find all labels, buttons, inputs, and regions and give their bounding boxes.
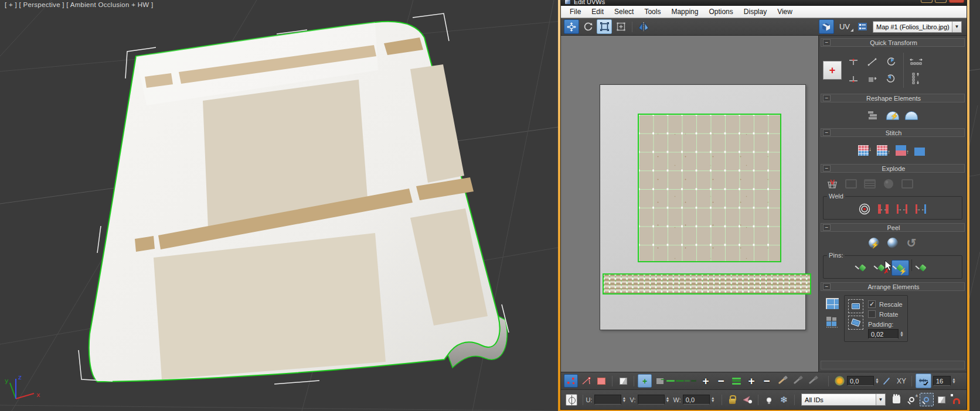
collapse-icon[interactable]: − (823, 165, 831, 172)
padding-input[interactable]: 0,02 (868, 329, 899, 339)
peel-mode-button[interactable] (884, 235, 901, 251)
uv-edit-canvas[interactable] (561, 36, 819, 372)
stitch-to-target-button[interactable]: ↑ (874, 143, 892, 159)
material-id-dropdown[interactable]: All IDs ▼ (801, 393, 886, 406)
target-weld-button[interactable] (856, 201, 873, 217)
rescale-checkbox[interactable]: ✓ (868, 300, 876, 308)
menu-display[interactable]: Display (739, 6, 772, 17)
face-mode-button[interactable] (594, 374, 608, 388)
space-horizontal-button[interactable] (907, 54, 925, 70)
map-selector-dropdown[interactable]: Map #1 (Folios_Libro.jpg) ▼ (873, 21, 962, 33)
linear-align-button[interactable] (863, 54, 881, 70)
space-vertical-button[interactable] (907, 71, 925, 87)
stitch-to-source-button[interactable]: ↑ (893, 143, 911, 159)
reset-peel-button[interactable]: ↺ (903, 235, 920, 251)
shrink-selection-button[interactable]: − (653, 374, 667, 388)
falloff-type-button[interactable] (880, 374, 894, 388)
rotate-tool-button[interactable] (580, 19, 596, 34)
relax-tool-button[interactable] (903, 108, 920, 124)
lock-selection-button[interactable] (726, 393, 740, 406)
uv-cluster-strip[interactable] (603, 273, 811, 294)
pin-tool-button[interactable] (854, 260, 872, 276)
zoom-region-button[interactable] (920, 393, 934, 406)
menu-view[interactable]: View (772, 6, 798, 17)
minimize-button[interactable] (921, 0, 933, 3)
limit-spinner[interactable]: ▲▼ (952, 378, 956, 383)
rotate-checkbox[interactable] (868, 310, 876, 318)
zoom-button[interactable]: ± (904, 393, 918, 406)
padding-spinner[interactable]: ▲▼ (900, 331, 904, 337)
v-spinner[interactable]: ▲▼ (666, 397, 670, 402)
shrink-loop-button[interactable] (683, 374, 697, 388)
pin-by-cursor-button[interactable] (914, 260, 932, 276)
mirror-tool-button[interactable] (636, 19, 651, 34)
section-explode[interactable]: − Explode (821, 164, 965, 173)
grow-loop-button[interactable] (668, 374, 682, 388)
close-button[interactable] (949, 0, 964, 3)
select-by-element-button[interactable] (616, 374, 630, 388)
u-spinner[interactable]: ▲▼ (622, 397, 627, 402)
quick-relax-button[interactable]: ⚡ (884, 108, 901, 124)
hide-selected-button[interactable] (740, 393, 754, 406)
section-stitch[interactable]: − Stitch (821, 128, 965, 137)
freeform-tool-button[interactable] (613, 19, 628, 34)
v-coordinate-input[interactable] (638, 395, 665, 405)
loop-grow-button[interactable]: + (699, 374, 713, 388)
soft-selection-button[interactable] (832, 374, 846, 388)
flatten-by-smoothing-button[interactable]: V (824, 176, 841, 191)
section-quick-transform[interactable]: − Quick Transform (821, 38, 965, 47)
explode-by-face-button[interactable] (861, 176, 879, 191)
align-vertical-button[interactable] (845, 71, 862, 87)
section-peel[interactable]: − Peel (821, 223, 965, 232)
u-coordinate-input[interactable] (594, 395, 621, 405)
collapse-icon[interactable]: − (823, 39, 831, 46)
weld-to-target-button[interactable]: →← (912, 201, 930, 217)
snap-toggle-button[interactable] (950, 393, 964, 406)
paint-select-add-button[interactable] (790, 374, 804, 388)
section-element-properties[interactable] (821, 361, 965, 369)
soft-selection-limit-input[interactable]: 16 (933, 376, 951, 386)
move-tool-button[interactable] (564, 19, 579, 34)
soft-selection-spinner[interactable]: ▲▼ (875, 378, 879, 383)
rearrange-rotate-button[interactable] (848, 316, 863, 330)
pin-selected-button[interactable]: ⚡ (891, 260, 909, 276)
zoom-extents-button[interactable] (935, 393, 949, 406)
relax-until-flat-button[interactable] (865, 108, 883, 124)
paint-select-button[interactable] (775, 374, 789, 388)
rescale-checkbox-row[interactable]: ✓ Rescale (868, 300, 904, 308)
collapse-icon[interactable]: − (823, 95, 831, 101)
stitch-average-button[interactable] (912, 143, 930, 159)
filter-selected-faces-button[interactable] (762, 393, 776, 406)
pan-button[interactable] (890, 393, 904, 406)
viewport-label[interactable]: [ + ] [ Perspective ] [ Ambient Occlusio… (5, 1, 153, 8)
menu-edit[interactable]: Edit (586, 6, 609, 17)
rearrange-selected-button[interactable] (848, 299, 863, 313)
ring-shrink-button[interactable]: − (760, 374, 774, 388)
scale-tool-button[interactable] (597, 19, 612, 34)
ring-select-button[interactable] (729, 374, 743, 388)
collapse-icon[interactable]: − (823, 283, 831, 290)
edge-mode-button[interactable] (579, 374, 593, 388)
menu-select[interactable]: Select (609, 6, 639, 17)
uv-channel-button[interactable]: UV (839, 22, 850, 31)
menu-file[interactable]: File (564, 6, 586, 17)
freeze-button[interactable]: ❄ (777, 393, 791, 406)
window-titlebar[interactable]: Edit UVWs (561, 0, 967, 6)
page-object[interactable] (89, 22, 507, 382)
absolute-mode-button[interactable] (564, 392, 579, 407)
menu-options[interactable]: Options (703, 6, 738, 17)
weld-selected-button[interactable]: →← (874, 201, 892, 217)
stitch-custom-button[interactable]: ↓ (856, 143, 873, 159)
paint-select-remove-button[interactable] (805, 374, 819, 388)
loop-shrink-button[interactable]: − (714, 374, 728, 388)
quick-peel-button[interactable]: ⚡ (865, 235, 883, 251)
show-map-toggle[interactable] (819, 19, 834, 34)
section-arrange-elements[interactable]: − Arrange Elements (821, 282, 965, 291)
weld-all-button[interactable]: →← (893, 201, 911, 217)
explode-by-smoothing-button[interactable] (880, 176, 897, 191)
vertex-mode-button[interactable] (564, 374, 578, 388)
rotate-cw-button[interactable] (882, 71, 900, 87)
section-reshape-elements[interactable]: − Reshape Elements (821, 94, 965, 102)
explode-by-material-button[interactable] (899, 176, 916, 191)
w-coordinate-input[interactable]: 0,0 (683, 395, 710, 405)
